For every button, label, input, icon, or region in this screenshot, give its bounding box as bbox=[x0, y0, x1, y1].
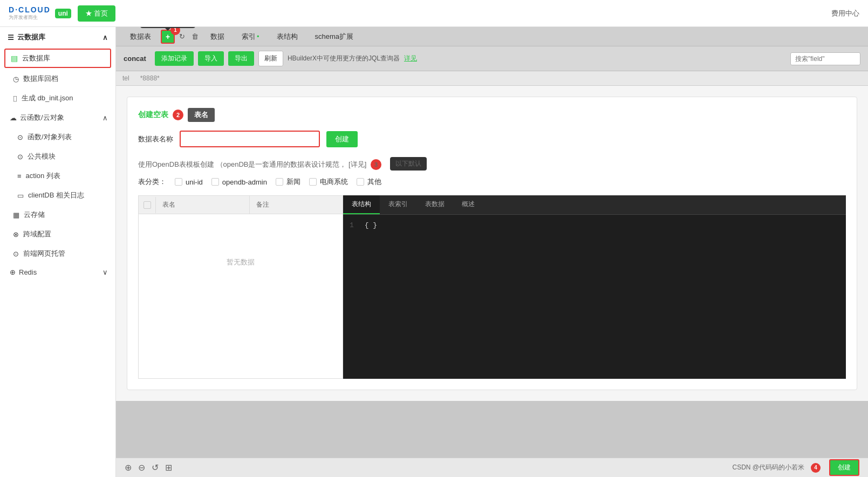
create-bottom-button[interactable]: 创建 bbox=[829, 459, 859, 476]
sidebar-item-label: 云数据库 bbox=[22, 53, 50, 63]
step3-badge: 3 bbox=[371, 159, 381, 170]
sidebar-item-label: 跨域配置 bbox=[23, 229, 51, 239]
sidebar-item-label: Redis bbox=[19, 268, 37, 276]
bottom-icons: ⊕ ⊖ ↺ ⊞ bbox=[125, 462, 172, 473]
sidebar-item-web-hosting[interactable]: ⊙ 前端网页托管 bbox=[0, 244, 115, 263]
step2-badge: 2 bbox=[173, 110, 183, 120]
export-button[interactable]: 导出 bbox=[228, 51, 254, 66]
sidebar-item-label: 数据库回档 bbox=[23, 74, 58, 84]
checkbox-news[interactable] bbox=[276, 178, 283, 186]
sidebar-item-label: 公共模块 bbox=[28, 152, 56, 161]
form-row: 数据表名称 创建 bbox=[138, 131, 846, 147]
sidebar-item-label: action 列表 bbox=[26, 171, 60, 181]
sidebar-item-cloud-storage[interactable]: ▦ 云存储 bbox=[0, 205, 115, 224]
tab-index[interactable]: 索引 bbox=[234, 29, 267, 45]
split-layout: 表名 备注 暂无数据 表结构 表索引 表数据 概述 bbox=[138, 195, 846, 379]
sidebar-item-action-list[interactable]: ≡ action 列表 bbox=[0, 166, 115, 186]
tab-schema-ext[interactable]: schema扩展 bbox=[307, 29, 361, 45]
code-tab-schema[interactable]: 表结构 bbox=[343, 195, 380, 214]
table-name-input[interactable] bbox=[180, 131, 320, 147]
category-uni-id[interactable]: uni-id bbox=[175, 178, 203, 186]
tab-data[interactable]: 数据 bbox=[203, 29, 232, 45]
create-table-area: 创建空表 2 表名 数据表名称 创建 使用OpenDB表模板创建 （openDB… bbox=[127, 97, 857, 390]
checkbox-other[interactable] bbox=[357, 178, 364, 186]
sidebar-cloud-db-section[interactable]: ☰ 云数据库 ∧ bbox=[0, 27, 115, 47]
add-record-button[interactable]: 添加记录 bbox=[155, 51, 194, 66]
checkbox-ecommerce[interactable] bbox=[309, 178, 317, 186]
empty-state: 暂无数据 bbox=[139, 214, 343, 310]
checkbox-opendb-admin[interactable] bbox=[211, 178, 219, 186]
sidebar-item-client-db-log[interactable]: ▭ clientDB 相关日志 bbox=[0, 186, 115, 205]
chevron-down-icon: ∨ bbox=[102, 268, 108, 276]
header: D·CLOUD 为开发者而生 uni ★ 首页 费用中心 bbox=[0, 0, 868, 27]
zoom-in-icon[interactable]: ⊕ bbox=[125, 462, 132, 473]
category-other[interactable]: 其他 bbox=[357, 177, 381, 187]
module-icon: ⊙ bbox=[17, 153, 23, 161]
tab-data-table[interactable]: 数据表 bbox=[122, 29, 159, 45]
sidebar-cloud-func-section[interactable]: ☁ 云函数/云对象 ∧ bbox=[0, 108, 115, 127]
redis-icon: ⊕ bbox=[10, 268, 16, 276]
refresh-button[interactable]: 刷新 bbox=[258, 51, 283, 66]
table-name-tab[interactable]: 表名 bbox=[188, 108, 215, 122]
category-ecommerce[interactable]: 电商系统 bbox=[309, 177, 348, 187]
tabs-bar: 数据表 创建云数据库 + 1 ↻ 🗑 数据 索引 表结构 schema扩展 bbox=[116, 27, 868, 46]
code-tab-index[interactable]: 表索引 bbox=[380, 195, 416, 214]
db-icon: ▤ bbox=[11, 54, 18, 63]
bottom-bar: ⊕ ⊖ ↺ ⊞ CSDN @代码码的小若米 4 创建 bbox=[116, 458, 868, 477]
category-news[interactable]: 新闻 bbox=[276, 177, 300, 187]
chevron-up-icon: ∧ bbox=[102, 114, 108, 122]
sidebar-item-cors[interactable]: ⊗ 跨域配置 bbox=[0, 224, 115, 244]
code-content: { } bbox=[365, 221, 377, 229]
code-area: 1 { } bbox=[343, 215, 846, 236]
name-label: 数据表名称 bbox=[138, 134, 173, 144]
storage-icon: ▦ bbox=[13, 211, 19, 219]
sidebar-redis-section[interactable]: ⊕ Redis ∨ bbox=[0, 263, 115, 281]
create-table-title: 创建空表 2 表名 bbox=[138, 108, 846, 122]
content-area: 数据表 创建云数据库 + 1 ↻ 🗑 数据 索引 表结构 schema扩展 co… bbox=[116, 27, 868, 477]
create-table-label: 创建空表 bbox=[138, 110, 168, 120]
log-icon: ▭ bbox=[17, 192, 24, 200]
checkbox-all[interactable] bbox=[139, 197, 156, 213]
clock-icon: ◷ bbox=[13, 75, 19, 83]
sidebar-item-label: 云存储 bbox=[24, 210, 45, 220]
sidebar-section-label: 云数据库 bbox=[17, 32, 45, 42]
data-col-header: tel *8888* bbox=[116, 71, 868, 86]
import-button[interactable]: 导入 bbox=[198, 51, 224, 66]
checkbox-uni-id[interactable] bbox=[175, 178, 182, 186]
rotate-icon[interactable]: ↺ bbox=[152, 462, 159, 473]
home-button[interactable]: ★ 首页 bbox=[78, 5, 116, 22]
account-link[interactable]: 费用中心 bbox=[831, 9, 859, 18]
code-panel: 表结构 表索引 表数据 概述 1 { } bbox=[343, 195, 846, 379]
category-opendb-admin[interactable]: opendb-admin bbox=[211, 178, 267, 186]
cloud-icon: ☁ bbox=[10, 114, 17, 122]
sidebar-item-generate-json[interactable]: ⌷ 生成 db_init.json bbox=[0, 88, 115, 108]
code-panel-tabs: 表结构 表索引 表数据 概述 bbox=[343, 195, 846, 215]
code-tab-overview[interactable]: 概述 bbox=[453, 195, 483, 214]
sidebar-item-cloud-db[interactable]: ▤ 云数据库 bbox=[4, 49, 111, 68]
tab-schema[interactable]: 表结构 bbox=[269, 29, 305, 45]
code-tab-data[interactable]: 表数据 bbox=[416, 195, 453, 214]
step1-badge: 1 bbox=[170, 27, 180, 35]
opendb-link[interactable]: [详见] bbox=[348, 160, 366, 168]
create-table-button[interactable]: 创建 bbox=[326, 131, 358, 147]
sidebar-item-label: 生成 db_init.json bbox=[22, 93, 73, 103]
zoom-out-icon[interactable]: ⊖ bbox=[138, 462, 145, 473]
sidebar-item-func-list[interactable]: ⊙ 函数/对象列表 bbox=[0, 127, 115, 147]
sidebar-item-label: 云函数/云对象 bbox=[20, 113, 64, 122]
logo-sub: 为开发者而生 bbox=[9, 14, 51, 21]
col-table-note: 备注 bbox=[250, 196, 343, 214]
jql-detail-link[interactable]: 详见 bbox=[404, 54, 417, 63]
cross-icon: ⊗ bbox=[13, 230, 19, 238]
uni-badge: uni bbox=[55, 9, 71, 18]
table-name-label: concat bbox=[124, 54, 146, 63]
sidebar-item-db-backup[interactable]: ◷ 数据库回档 bbox=[0, 69, 115, 88]
search-input[interactable] bbox=[790, 52, 860, 65]
table-list-panel: 表名 备注 暂无数据 bbox=[138, 195, 343, 379]
select-all-checkbox[interactable] bbox=[143, 201, 151, 209]
create-db-tooltip: 创建云数据库 bbox=[140, 27, 195, 28]
sidebar: ☰ 云数据库 ∧ ▤ 云数据库 ◷ 数据库回档 ⌷ 生成 db_init.jso… bbox=[0, 27, 116, 477]
delete-icon-btn[interactable]: 🗑 bbox=[189, 30, 201, 43]
main-panel: 创建空表 2 表名 数据表名称 创建 使用OpenDB表模板创建 （openDB… bbox=[116, 86, 868, 401]
sidebar-item-common-module[interactable]: ⊙ 公共模块 bbox=[0, 147, 115, 166]
grid-icon[interactable]: ⊞ bbox=[165, 462, 172, 473]
